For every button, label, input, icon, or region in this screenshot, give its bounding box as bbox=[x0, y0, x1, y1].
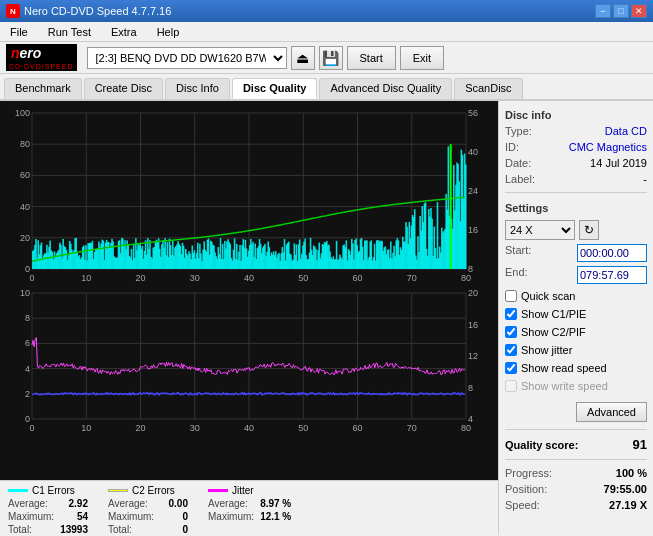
minimize-button[interactable]: − bbox=[595, 4, 611, 18]
quick-scan-row: Quick scan bbox=[505, 290, 647, 302]
tab-disc-quality[interactable]: Disc Quality bbox=[232, 78, 318, 99]
start-button[interactable]: Start bbox=[347, 46, 396, 70]
quick-scan-label: Quick scan bbox=[521, 290, 575, 302]
show-jitter-row: Show jitter bbox=[505, 344, 647, 356]
jitter-color bbox=[208, 489, 228, 492]
c1-label: C1 Errors bbox=[32, 485, 75, 496]
c2-total-value: 0 bbox=[182, 524, 188, 535]
jitter-max-value: 12.1 % bbox=[260, 511, 291, 522]
legend-jitter: Jitter Average: 8.97 % Maximum: 12.1 % bbox=[208, 485, 291, 522]
c1-total-label: Total: bbox=[8, 524, 32, 535]
advanced-button[interactable]: Advanced bbox=[576, 402, 647, 422]
show-c1-checkbox[interactable] bbox=[505, 308, 517, 320]
date-label: Date: bbox=[505, 157, 531, 169]
quality-score-label: Quality score: bbox=[505, 439, 578, 451]
tab-scandisc[interactable]: ScanDisc bbox=[454, 78, 522, 99]
bottom-chart bbox=[4, 287, 494, 435]
app-icon: N bbox=[6, 4, 20, 18]
legend: C1 Errors Average: 2.92 Maximum: 54 Tota… bbox=[0, 480, 498, 535]
c2-max-value: 0 bbox=[182, 511, 188, 522]
show-c1-row: Show C1/PIE bbox=[505, 308, 647, 320]
position-value: 79:55.00 bbox=[604, 483, 647, 495]
menu-bar: File Run Test Extra Help bbox=[0, 22, 653, 42]
c2-max-label: Maximum: bbox=[108, 511, 154, 522]
right-panel: Disc info Type: Data CD ID: CMC Magnetic… bbox=[498, 101, 653, 535]
show-write-speed-row: Show write speed bbox=[505, 380, 647, 392]
quality-score-value: 91 bbox=[633, 437, 647, 452]
c2-color bbox=[108, 489, 128, 492]
c1-avg-label: Average: bbox=[8, 498, 48, 509]
tab-advanced-disc-quality[interactable]: Advanced Disc Quality bbox=[319, 78, 452, 99]
show-c2-label: Show C2/PIF bbox=[521, 326, 586, 338]
c2-total-label: Total: bbox=[108, 524, 132, 535]
eject-button[interactable]: ⏏ bbox=[291, 46, 315, 70]
maximize-button[interactable]: □ bbox=[613, 4, 629, 18]
nero-subtitle: CD·DVD/SPEED bbox=[6, 62, 77, 71]
divider-2 bbox=[505, 429, 647, 430]
label-label: Label: bbox=[505, 173, 535, 185]
menu-help[interactable]: Help bbox=[151, 24, 186, 40]
progress-value: 100 % bbox=[616, 467, 647, 479]
divider-3 bbox=[505, 459, 647, 460]
settings-title: Settings bbox=[505, 202, 647, 214]
start-time-row: Start: bbox=[505, 244, 647, 262]
show-jitter-checkbox[interactable] bbox=[505, 344, 517, 356]
c1-max-value: 54 bbox=[77, 511, 88, 522]
save-button[interactable]: 💾 bbox=[319, 46, 343, 70]
quick-scan-checkbox[interactable] bbox=[505, 290, 517, 302]
end-time-label: End: bbox=[505, 266, 528, 284]
tab-benchmark[interactable]: Benchmark bbox=[4, 78, 82, 99]
date-value: 14 Jul 2019 bbox=[590, 157, 647, 169]
menu-run-test[interactable]: Run Test bbox=[42, 24, 97, 40]
chart-area bbox=[0, 101, 498, 480]
speed-setting-row: 24 X ↻ bbox=[505, 220, 647, 240]
c2-avg-label: Average: bbox=[108, 498, 148, 509]
start-time-input[interactable] bbox=[577, 244, 647, 262]
speed-select[interactable]: 24 X bbox=[505, 220, 575, 240]
tab-disc-info[interactable]: Disc Info bbox=[165, 78, 230, 99]
c1-color bbox=[8, 489, 28, 492]
menu-file[interactable]: File bbox=[4, 24, 34, 40]
quality-score-row: Quality score: 91 bbox=[505, 437, 647, 452]
end-time-input[interactable] bbox=[577, 266, 647, 284]
disc-date-row: Date: 14 Jul 2019 bbox=[505, 157, 647, 169]
top-chart bbox=[4, 105, 494, 285]
nero-logo: nero bbox=[6, 44, 77, 63]
show-read-speed-label: Show read speed bbox=[521, 362, 607, 374]
show-c2-checkbox[interactable] bbox=[505, 326, 517, 338]
c1-total-value: 13993 bbox=[60, 524, 88, 535]
show-read-speed-checkbox[interactable] bbox=[505, 362, 517, 374]
menu-extra[interactable]: Extra bbox=[105, 24, 143, 40]
show-c1-label: Show C1/PIE bbox=[521, 308, 586, 320]
c1-max-label: Maximum: bbox=[8, 511, 54, 522]
end-time-row: End: bbox=[505, 266, 647, 284]
legend-c1: C1 Errors Average: 2.92 Maximum: 54 Tota… bbox=[8, 485, 88, 535]
show-read-speed-row: Show read speed bbox=[505, 362, 647, 374]
close-button[interactable]: ✕ bbox=[631, 4, 647, 18]
jitter-label: Jitter bbox=[232, 485, 254, 496]
c2-avg-value: 0.00 bbox=[169, 498, 188, 509]
c1-avg-value: 2.92 bbox=[69, 498, 88, 509]
refresh-button[interactable]: ↻ bbox=[579, 220, 599, 240]
id-label: ID: bbox=[505, 141, 519, 153]
nero-logo-block: nero CD·DVD/SPEED bbox=[6, 44, 77, 72]
start-time-label: Start: bbox=[505, 244, 531, 262]
disc-label-row: Label: - bbox=[505, 173, 647, 185]
show-c2-row: Show C2/PIF bbox=[505, 326, 647, 338]
speed-display-value: 27.19 X bbox=[609, 499, 647, 511]
toolbar: nero CD·DVD/SPEED [2:3] BENQ DVD DD DW16… bbox=[0, 42, 653, 74]
show-write-speed-checkbox[interactable] bbox=[505, 380, 517, 392]
disc-type-row: Type: Data CD bbox=[505, 125, 647, 137]
title-bar-controls: − □ ✕ bbox=[595, 4, 647, 18]
show-jitter-label: Show jitter bbox=[521, 344, 572, 356]
main-content: C1 Errors Average: 2.92 Maximum: 54 Tota… bbox=[0, 101, 653, 535]
exit-button[interactable]: Exit bbox=[400, 46, 444, 70]
title-bar-text: Nero CD-DVD Speed 4.7.7.16 bbox=[24, 5, 171, 17]
c2-label: C2 Errors bbox=[132, 485, 175, 496]
drive-select[interactable]: [2:3] BENQ DVD DD DW1620 B7W9 bbox=[87, 47, 287, 69]
label-value: - bbox=[643, 173, 647, 185]
title-bar: N Nero CD-DVD Speed 4.7.7.16 − □ ✕ bbox=[0, 0, 653, 22]
show-write-speed-label: Show write speed bbox=[521, 380, 608, 392]
disc-id-row: ID: CMC Magnetics bbox=[505, 141, 647, 153]
tab-create-disc[interactable]: Create Disc bbox=[84, 78, 163, 99]
